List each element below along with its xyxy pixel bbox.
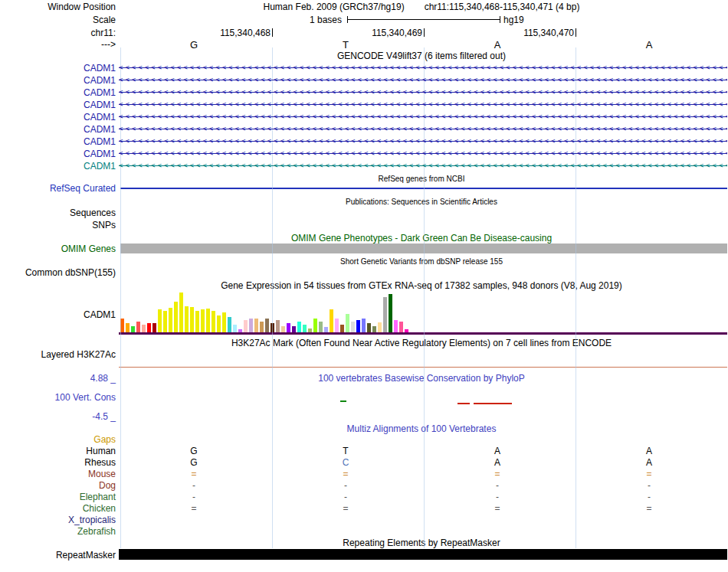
gtex-tissue-bar[interactable] (254, 319, 258, 332)
gtex-tissue-bar[interactable] (389, 294, 392, 332)
gencode-transcript-row[interactable]: <<<<<<<<<<<<<<<<<<<<<<<<<<<<<<<<<<<<<<<<… (119, 148, 727, 159)
gtex-tissue-bar[interactable] (260, 322, 264, 332)
multiz-base: = (179, 503, 209, 514)
multiz-base: = (482, 503, 513, 514)
snps-label[interactable]: SNPs (0, 220, 116, 230)
gtex-tissue-bar[interactable] (206, 309, 210, 332)
gtex-bar-chart[interactable] (120, 291, 408, 332)
gtex-tissue-bar[interactable] (179, 293, 183, 332)
h3k27ac-label[interactable]: Layered H3K27Ac (0, 349, 116, 360)
gtex-tissue-bar[interactable] (169, 308, 172, 332)
gtex-tissue-bar[interactable] (378, 322, 382, 332)
gtex-tissue-bar[interactable] (222, 312, 226, 332)
gtex-tissue-bar[interactable] (324, 327, 328, 332)
gencode-transcript-row[interactable]: <<<<<<<<<<<<<<<<<<<<<<<<<<<<<<<<<<<<<<<<… (119, 87, 727, 98)
multiz-species-label[interactable]: Mouse (0, 469, 116, 479)
transcript-line (119, 165, 727, 166)
gtex-tissue-bar[interactable] (356, 320, 360, 332)
gtex-tissue-bar[interactable] (152, 323, 156, 332)
gencode-transcript-label[interactable]: CADM1 (0, 87, 116, 98)
gtex-tissue-bar[interactable] (351, 322, 355, 332)
gtex-tissue-bar[interactable] (394, 320, 398, 332)
gencode-transcript-row[interactable]: <<<<<<<<<<<<<<<<<<<<<<<<<<<<<<<<<<<<<<<<… (119, 136, 727, 147)
publications-track-title: Publications: Sequences in Scientific Ar… (119, 198, 724, 206)
h3k27ac-signal-line[interactable] (119, 367, 727, 368)
gtex-tissue-bar[interactable] (330, 309, 333, 332)
gtex-gene-label[interactable]: CADM1 (0, 309, 116, 320)
gtex-tissue-bar[interactable] (217, 315, 221, 332)
gtex-tissue-bar[interactable] (158, 309, 162, 332)
gtex-tissue-bar[interactable] (346, 314, 349, 332)
transcript-line (119, 141, 727, 142)
multiz-base: - (330, 492, 361, 502)
multiz-species-label[interactable]: Human (0, 446, 116, 456)
gtex-tissue-bar[interactable] (372, 326, 376, 332)
multiz-species-label[interactable]: Elephant (0, 492, 116, 502)
gencode-transcript-row[interactable]: <<<<<<<<<<<<<<<<<<<<<<<<<<<<<<<<<<<<<<<<… (119, 99, 727, 110)
gtex-tissue-bar[interactable] (367, 323, 371, 332)
ruler-coordinate: 115,340,468 (179, 28, 271, 38)
gtex-tissue-bar[interactable] (383, 297, 387, 332)
gtex-tissue-bar[interactable] (136, 322, 140, 332)
gtex-tissue-bar[interactable] (319, 322, 323, 332)
gencode-transcript-row[interactable]: <<<<<<<<<<<<<<<<<<<<<<<<<<<<<<<<<<<<<<<<… (119, 111, 727, 123)
gtex-tissue-bar[interactable] (249, 319, 253, 332)
dbsnp-label[interactable]: Common dbSNP(155) (0, 267, 116, 278)
gtex-tissue-bar[interactable] (265, 319, 269, 332)
multiz-species-label[interactable]: Chicken (0, 503, 116, 514)
multiz-species-label[interactable]: X_tropicalis (0, 515, 116, 525)
gtex-tissue-bar[interactable] (147, 323, 151, 332)
gtex-tissue-bar[interactable] (201, 309, 205, 332)
gtex-tissue-bar[interactable] (142, 325, 146, 332)
gtex-tissue-bar[interactable] (163, 311, 167, 332)
gtex-tissue-bar[interactable] (212, 311, 215, 332)
strand-arrow-label: ---> (0, 39, 116, 50)
gtex-tissue-bar[interactable] (399, 322, 403, 332)
ruler-base: A (634, 39, 664, 51)
gtex-tissue-bar[interactable] (244, 320, 248, 332)
phylop-track-label[interactable]: 100 Vert. Cons (0, 392, 116, 403)
multiz-species-label[interactable]: Gaps (0, 434, 116, 445)
multiz-species-label[interactable]: Rhesus (0, 457, 116, 468)
multiz-species-label[interactable]: Dog (0, 480, 116, 491)
multiz-base: - (634, 480, 664, 491)
omim-genes-label[interactable]: OMIM Genes (0, 244, 116, 254)
multiz-base: G (179, 457, 209, 468)
gtex-tissue-bar[interactable] (362, 319, 366, 332)
repeatmasker-track[interactable] (119, 549, 727, 560)
gtex-tissue-bar[interactable] (131, 326, 135, 332)
gtex-tissue-bar[interactable] (190, 307, 194, 332)
gtex-tissue-bar[interactable] (313, 319, 317, 332)
gencode-transcript-label[interactable]: CADM1 (0, 161, 116, 172)
gencode-transcript-row[interactable]: <<<<<<<<<<<<<<<<<<<<<<<<<<<<<<<<<<<<<<<<… (119, 160, 727, 172)
gencode-transcript-label[interactable]: CADM1 (0, 149, 116, 159)
gtex-tissue-bar[interactable] (287, 323, 290, 332)
gtex-tissue-bar[interactable] (292, 326, 296, 332)
gtex-tissue-bar[interactable] (228, 317, 231, 332)
gencode-transcript-label[interactable]: CADM1 (0, 136, 116, 147)
gtex-tissue-bar[interactable] (185, 306, 189, 332)
phylop-max-value: 4.88 _ (0, 373, 116, 384)
gencode-transcript-row[interactable]: <<<<<<<<<<<<<<<<<<<<<<<<<<<<<<<<<<<<<<<<… (119, 123, 727, 135)
gencode-transcript-row[interactable]: <<<<<<<<<<<<<<<<<<<<<<<<<<<<<<<<<<<<<<<<… (119, 74, 727, 86)
repeatmasker-label[interactable]: RepeatMasker (0, 550, 116, 561)
gtex-tissue-bar[interactable] (174, 302, 178, 332)
refseq-curated-label[interactable]: RefSeq Curated (0, 183, 116, 194)
gencode-transcript-label[interactable]: CADM1 (0, 124, 116, 135)
gencode-transcript-label[interactable]: CADM1 (0, 100, 116, 110)
gencode-transcript-label[interactable]: CADM1 (0, 63, 116, 74)
gencode-transcript-label[interactable]: CADM1 (0, 112, 116, 123)
gtex-tissue-bar[interactable] (335, 319, 339, 332)
gencode-transcript-label[interactable]: CADM1 (0, 75, 116, 86)
sequences-label[interactable]: Sequences (0, 208, 116, 218)
gtex-tissue-bar[interactable] (281, 326, 285, 332)
gtex-tissue-bar[interactable] (297, 322, 301, 332)
gtex-tissue-bar[interactable] (195, 311, 199, 332)
gencode-transcript-row[interactable]: <<<<<<<<<<<<<<<<<<<<<<<<<<<<<<<<<<<<<<<<… (119, 62, 727, 74)
multiz-species-label[interactable]: Zebrafish (0, 526, 116, 537)
gtex-tissue-bar[interactable] (340, 325, 344, 332)
gtex-tissue-bar[interactable] (276, 320, 280, 332)
gtex-tissue-bar[interactable] (303, 325, 307, 332)
gtex-tissue-bar[interactable] (126, 323, 130, 332)
gtex-tissue-bar[interactable] (233, 325, 237, 332)
